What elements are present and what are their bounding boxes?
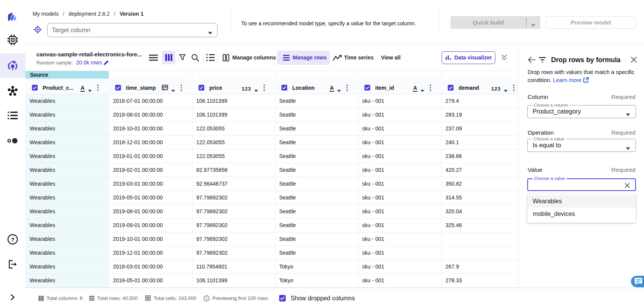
svg-text:?: ? [11, 236, 14, 243]
